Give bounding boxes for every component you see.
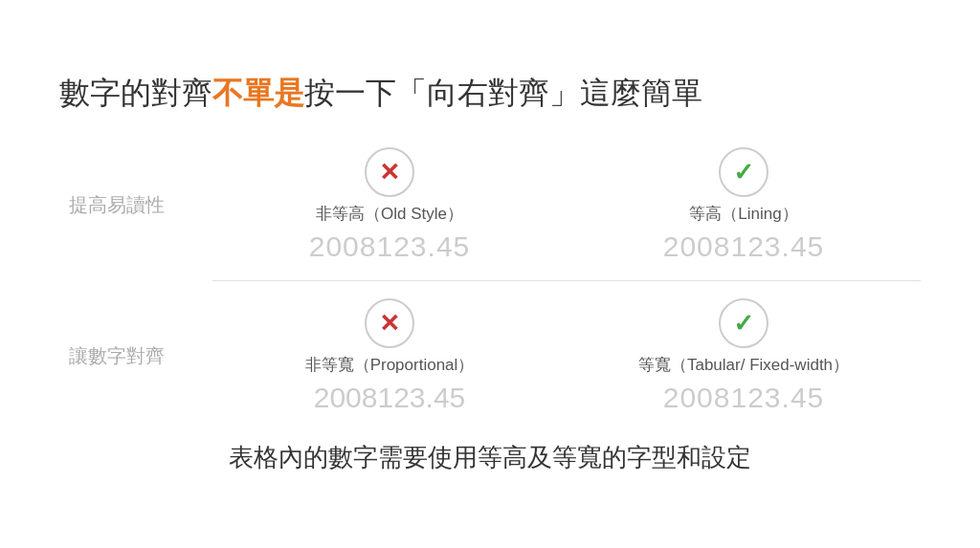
section2-bad-number: 2008123.45 [314, 382, 466, 414]
section2-bad-column: ✕ 非等寬（Proportional） 2008123.45 [231, 298, 549, 414]
good-icon-circle-2: ✓ [719, 298, 768, 348]
section1-bad-column: ✕ 非等高（Old Style） 2008123.45 [231, 147, 549, 263]
section2-good-label: 等寬（Tabular/ Fixed-width） [638, 354, 849, 376]
title-suffix: 按一下「向右對齊」這麼簡單 [304, 76, 702, 110]
main-container: 數字的對齊不單是按一下「向右對齊」這麼簡單 提高易讀性 ✕ 非等高（Old St… [40, 45, 940, 504]
section2-label: 讓數字對齊 [59, 343, 212, 369]
check-icon-2: ✓ [733, 311, 754, 336]
section-proportional-tabular: 讓數字對齊 ✕ 非等寬（Proportional） 2008123.45 ✓ 等… [59, 298, 921, 414]
section-divider [212, 280, 921, 281]
section2-bad-label: 非等寬（Proportional） [305, 354, 475, 376]
x-icon-2: ✕ [379, 311, 400, 336]
section-oldstyle-lining: 提高易讀性 ✕ 非等高（Old Style） 2008123.45 ✓ 等高（L… [59, 147, 921, 263]
page-title: 數字的對齊不單是按一下「向右對齊」這麼簡單 [59, 74, 921, 114]
section1-label: 提高易讀性 [59, 192, 212, 218]
section2-columns: ✕ 非等寬（Proportional） 2008123.45 ✓ 等寬（Tabu… [212, 298, 921, 414]
section1-bad-label: 非等高（Old Style） [316, 203, 463, 225]
x-icon-1: ✕ [379, 160, 400, 185]
footer-text: 表格內的數字需要使用等高及等寬的字型和設定 [59, 441, 921, 474]
bad-icon-circle-1: ✕ [365, 147, 414, 197]
section1-bad-number: 2008123.45 [309, 230, 471, 263]
good-icon-circle-1: ✓ [719, 147, 768, 197]
bad-icon-circle-2: ✕ [365, 298, 414, 348]
section1-good-label: 等高（Lining） [689, 203, 797, 225]
title-prefix: 數字的對齊 [59, 76, 212, 110]
section2-good-number: 2008123.45 [663, 382, 825, 414]
section1-columns: ✕ 非等高（Old Style） 2008123.45 ✓ 等高（Lining）… [212, 147, 921, 263]
section2-good-column: ✓ 等寬（Tabular/ Fixed-width） 2008123.45 [585, 298, 903, 414]
section1-good-column: ✓ 等高（Lining） 2008123.45 [585, 147, 903, 263]
section1-good-number: 2008123.45 [663, 230, 825, 263]
title-highlight: 不單是 [212, 76, 304, 110]
check-icon-1: ✓ [733, 160, 754, 185]
